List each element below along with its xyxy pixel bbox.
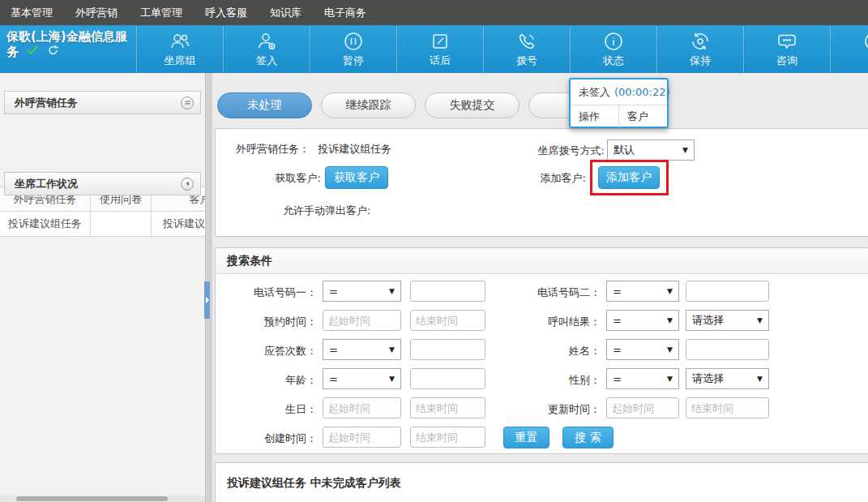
answer-count-operator-select[interactable]: =▼: [323, 339, 401, 360]
operator-value: =: [613, 344, 622, 356]
chevron-down-icon: ▼: [667, 287, 673, 295]
check-icon: [26, 45, 39, 60]
name-operator-select[interactable]: =▼: [606, 339, 679, 360]
select-placeholder: 请选择: [692, 371, 724, 386]
create-end-input[interactable]: [410, 427, 485, 448]
operator-value: =: [329, 373, 338, 385]
create-start-input[interactable]: [323, 427, 401, 448]
consult-icon: [776, 31, 798, 52]
operator-value: =: [613, 373, 622, 385]
search-button[interactable]: 搜 索: [562, 427, 614, 448]
task-name-label: 外呼营销任务： 投诉建议组任务: [236, 142, 391, 157]
operator-value: =: [329, 285, 338, 298]
tab-failed-submit[interactable]: 失败提交: [425, 92, 520, 118]
toolbar-item-after-call[interactable]: 话后: [397, 26, 484, 73]
gender-value-select[interactable]: 请选择▼: [686, 368, 769, 389]
arrow-right-icon: [206, 297, 209, 303]
phone1-input[interactable]: [410, 281, 485, 302]
task-table-row[interactable]: 投诉建议组任务 投诉建议组客户组: [0, 212, 205, 237]
task-form-panel: 外呼营销任务： 投诉建议组任务 坐席拨号方式: 默认 ▼ 获取客户: 获取客户 …: [215, 128, 868, 237]
menu-item-ticket-mgmt[interactable]: 工单管理: [140, 6, 182, 20]
tab-keep-tracking[interactable]: 继续跟踪: [321, 92, 416, 118]
agent-popup-tabs: 操作 客户: [571, 105, 667, 127]
appointment-start-input[interactable]: [323, 310, 401, 331]
search-panel-header: 搜索条件: [216, 248, 868, 274]
sidebar-hscroll-thumb[interactable]: [16, 496, 168, 501]
sidebar-panel-title: 外呼营销任务: [15, 96, 78, 110]
toolbar-item-label: 拨号: [516, 54, 537, 68]
birthday-start-input[interactable]: [323, 397, 401, 418]
answer-count-input[interactable]: [410, 339, 485, 360]
questionnaire-cell: [91, 212, 152, 236]
toolbar-item-label: 暂停: [343, 54, 364, 68]
tab-unprocessed[interactable]: 未处理: [217, 92, 312, 118]
age-input[interactable]: [410, 368, 485, 389]
sidebar-panel-outbound-tasks[interactable]: 外呼营销任务: [4, 91, 201, 114]
birthday-end-input[interactable]: [410, 397, 485, 418]
appointment-time-label: 预约时间：: [216, 315, 317, 329]
select-placeholder: 请选择: [692, 313, 724, 328]
fetch-customer-button[interactable]: 获取客户: [325, 166, 388, 189]
refresh-icon[interactable]: [47, 45, 59, 60]
expand-icon[interactable]: [181, 178, 194, 191]
phone1-operator-select[interactable]: =▼: [323, 281, 401, 302]
agent-status-timer: (00:00:22): [614, 86, 670, 98]
answer-icon: [862, 31, 868, 52]
age-operator-select[interactable]: =▼: [323, 368, 401, 389]
sidebar-panel-agent-status[interactable]: 坐席工作状况: [4, 172, 201, 195]
toolbar-item-answer[interactable]: 接: [831, 26, 868, 73]
chevron-down-icon: ▼: [667, 316, 673, 324]
call-result-operator-select[interactable]: =▼: [606, 310, 679, 331]
add-customer-button[interactable]: 添加客户: [598, 166, 660, 189]
create-time-label: 创建时间：: [216, 431, 317, 446]
toolbar-item-hold[interactable]: 保持: [657, 26, 744, 73]
agent-status-row: 未签入 (00:00:22): [571, 79, 667, 105]
gender-operator-select[interactable]: =▼: [606, 368, 679, 389]
toolbar-item-label: 坐席组: [165, 54, 196, 68]
birthday-label: 生日：: [216, 402, 317, 417]
search-panel-title: 搜索条件: [227, 254, 272, 268]
menu-item-basic-mgmt[interactable]: 基本管理: [11, 6, 53, 20]
toolbar-item-label: 状态: [603, 54, 624, 68]
dial-mode-value: 默认: [614, 143, 635, 157]
chevron-down-icon: ▼: [667, 345, 673, 354]
left-sidebar: 外呼营销任务 外呼营销任务 使用问卷 客户组 投诉建议组任务 投诉建议组客户组 …: [0, 73, 205, 502]
phone2-operator-select[interactable]: =▼: [606, 281, 679, 302]
call-result-value-select[interactable]: 请选择▼: [686, 310, 769, 331]
operator-value: =: [613, 315, 622, 327]
task-label-text: 外呼营销任务：: [236, 143, 310, 155]
name-label: 姓名：: [483, 344, 601, 358]
phone2-input[interactable]: [686, 281, 769, 302]
toolbar-item-sign-in[interactable]: 签入: [224, 26, 310, 73]
menu-item-inbound[interactable]: 呼入客服: [205, 6, 247, 20]
update-time-label: 更新时间：: [483, 402, 601, 417]
sidebar-hscrollbar[interactable]: [0, 496, 205, 502]
phone2-label: 电话号码二：: [483, 285, 601, 300]
menu-item-knowledge[interactable]: 知识库: [270, 6, 301, 20]
name-input[interactable]: [686, 339, 769, 360]
popup-tab-customer[interactable]: 客户: [618, 105, 667, 127]
toolbar-item-consult[interactable]: 咨询: [744, 26, 831, 73]
update-start-input[interactable]: [606, 397, 679, 418]
toolbar-item-pause[interactable]: 暂停: [310, 26, 397, 73]
operator-value: =: [329, 344, 338, 356]
toolbar-item-dial[interactable]: 拨号: [484, 26, 571, 73]
task-name-cell[interactable]: 投诉建议组任务: [0, 212, 91, 236]
toolbar-item-status[interactable]: 状态: [571, 26, 657, 73]
allow-manual-popup-label: 允许手动弹出客户:: [283, 204, 370, 218]
dial-mode-select[interactable]: 默认 ▼: [607, 139, 695, 161]
sidebar-collapse-handle[interactable]: [204, 281, 210, 319]
add-customer-label: 添加客户:: [525, 171, 586, 186]
collapse-icon[interactable]: [181, 97, 194, 109]
reset-button[interactable]: 重置: [503, 427, 549, 448]
update-end-input[interactable]: [686, 397, 769, 418]
toolbar-item-agent-group[interactable]: 坐席组: [137, 26, 224, 73]
appointment-end-input[interactable]: [410, 310, 485, 331]
popup-tab-operation[interactable]: 操作: [571, 105, 618, 127]
pause-icon: [342, 31, 365, 52]
menu-item-ecommerce[interactable]: 电子商务: [324, 6, 366, 20]
toolbar-item-label: 话后: [430, 54, 451, 68]
chevron-down-icon: ▼: [389, 345, 395, 354]
unfinished-list-title: 投诉建议组任务 中未完成客户列表: [227, 476, 401, 491]
menu-item-outbound[interactable]: 外呼营销: [75, 6, 118, 20]
